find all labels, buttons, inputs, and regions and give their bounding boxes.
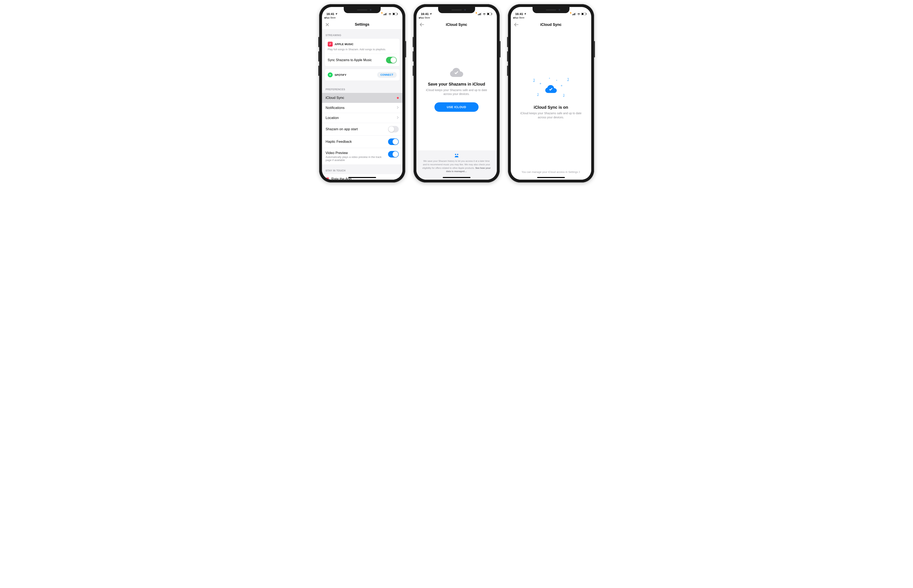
navbar: iCloud Sync [511, 20, 591, 29]
status-time: 16:41 [421, 12, 429, 16]
pref-notifications[interactable]: Notifications [322, 103, 402, 113]
svg-rect-3 [387, 13, 387, 15]
breadcrumb-caret-icon: ◂ [324, 16, 325, 19]
navbar: iCloud Sync [416, 20, 497, 29]
chevron-right-icon [579, 171, 580, 173]
section-streaming: STREAMING [322, 29, 402, 39]
chevron-right-icon [397, 106, 399, 110]
svg-rect-1 [385, 14, 385, 15]
notch [533, 7, 570, 13]
svg-rect-17 [573, 14, 574, 15]
spark-icon [549, 78, 550, 79]
page-title: Settings [355, 23, 369, 27]
breadcrumb-label: App Store [420, 16, 430, 19]
svg-rect-12 [487, 13, 489, 15]
back-to-app-breadcrumb[interactable]: ◂ App Store [511, 16, 591, 20]
cellular-icon [384, 13, 387, 15]
haptic-switch[interactable] [388, 139, 399, 145]
screen-icloud-prompt: 16:41 ◂ App Store iCloud Sync [416, 7, 497, 180]
cellular-icon [478, 13, 482, 15]
section-preferences: PREFERENCES [322, 84, 402, 93]
svg-rect-18 [575, 13, 575, 15]
spotify-card: SPOTIFY CONNECT [325, 69, 400, 81]
music-note-icon [562, 94, 565, 98]
screen-settings: 16:41 ◂ App Store [322, 7, 402, 180]
battery-icon [393, 13, 398, 15]
svg-rect-13 [492, 13, 492, 15]
svg-point-14 [455, 154, 456, 155]
phone-frame-3: 16:41 ◂ App Store iCloud Sync [508, 4, 594, 183]
privacy-footer: We save your Shazam history to let you a… [416, 150, 497, 180]
handshake-icon [454, 153, 459, 157]
spotify-connect-button[interactable]: CONNECT [377, 72, 397, 78]
notch [438, 7, 475, 13]
music-note-icon [567, 78, 570, 82]
svg-rect-6 [397, 13, 398, 15]
back-button[interactable] [420, 23, 424, 26]
status-time: 16:41 [515, 12, 523, 16]
home-indicator[interactable] [348, 177, 376, 178]
cellular-icon [572, 13, 576, 15]
recording-indicator-icon [570, 12, 571, 13]
svg-rect-2 [385, 13, 386, 15]
video-preview-switch[interactable] [388, 151, 399, 158]
hero-title: Save your Shazams in iCloud [428, 82, 485, 87]
hero-title: iCloud Sync is on [534, 105, 568, 110]
pref-video-preview: Video Preview Automatically plays a vide… [322, 148, 402, 165]
phone-frame-1: 16:41 ◂ App Store [319, 4, 405, 183]
location-arrow-icon [429, 13, 432, 15]
apple-music-icon [328, 42, 333, 47]
icloud-on-hero: iCloud Sync is on iCloud keeps your Shaz… [511, 29, 591, 167]
spotify-icon [328, 73, 333, 78]
svg-rect-5 [393, 13, 395, 15]
settings-content: STREAMING APPLE MUSIC Play full songs in… [322, 29, 402, 180]
phone-frame-2: 16:41 ◂ App Store iCloud Sync [413, 4, 500, 183]
sync-shazams-label: Sync Shazams to Apple Music [328, 58, 372, 62]
breadcrumb-label: App Store [326, 16, 336, 19]
cloud-confetti-illustration [531, 77, 571, 101]
cloud-check-icon [545, 85, 557, 93]
breadcrumb-caret-icon: ◂ [513, 16, 514, 19]
breadcrumb-label: App Store [515, 16, 524, 19]
wifi-icon [482, 13, 486, 15]
home-indicator[interactable] [537, 177, 565, 178]
chevron-right-icon [397, 116, 399, 120]
svg-rect-16 [572, 15, 573, 15]
heart-icon [326, 177, 329, 180]
spark-icon [556, 80, 557, 81]
pref-haptic: Haptic Feedback [322, 136, 402, 148]
svg-rect-0 [384, 15, 384, 15]
battery-icon [487, 13, 492, 15]
navbar: Settings [322, 20, 402, 29]
home-indicator[interactable] [443, 177, 470, 178]
breadcrumb-caret-icon: ◂ [418, 16, 420, 19]
svg-rect-22 [586, 13, 586, 15]
use-icloud-button[interactable]: USE ICLOUD [434, 102, 478, 112]
chevron-right-icon [397, 177, 399, 180]
svg-rect-8 [479, 14, 479, 15]
preferences-list: iCloud Sync Notifications Location [322, 93, 402, 165]
recording-indicator-icon [381, 12, 382, 13]
location-arrow-icon [335, 13, 338, 15]
close-icon [325, 23, 329, 27]
sync-shazams-switch[interactable] [386, 57, 397, 63]
spark-icon [561, 85, 562, 86]
status-time: 16:41 [327, 12, 334, 16]
shazam-on-start-switch[interactable] [388, 126, 399, 132]
section-stay-in-touch: STAY IN TOUCH [322, 165, 402, 174]
wifi-icon [577, 13, 580, 15]
close-button[interactable] [325, 23, 329, 27]
back-to-app-breadcrumb[interactable]: ◂ App Store [322, 16, 402, 20]
pref-icloud-sync[interactable]: iCloud Sync [322, 93, 402, 103]
apple-music-subtitle: Play full songs in Shazam. Add songs to … [328, 47, 397, 54]
cloud-check-icon [450, 68, 463, 78]
spotify-label: SPOTIFY [335, 73, 346, 76]
pref-location[interactable]: Location [322, 113, 402, 123]
location-arrow-icon [524, 13, 526, 15]
back-to-app-breadcrumb[interactable]: ◂ App Store [416, 16, 497, 20]
svg-point-15 [457, 154, 458, 155]
back-button[interactable] [514, 23, 519, 26]
svg-rect-21 [582, 13, 583, 15]
wifi-icon [388, 13, 392, 15]
hero-subtitle: iCloud keeps your Shazams safe and up to… [517, 111, 585, 120]
